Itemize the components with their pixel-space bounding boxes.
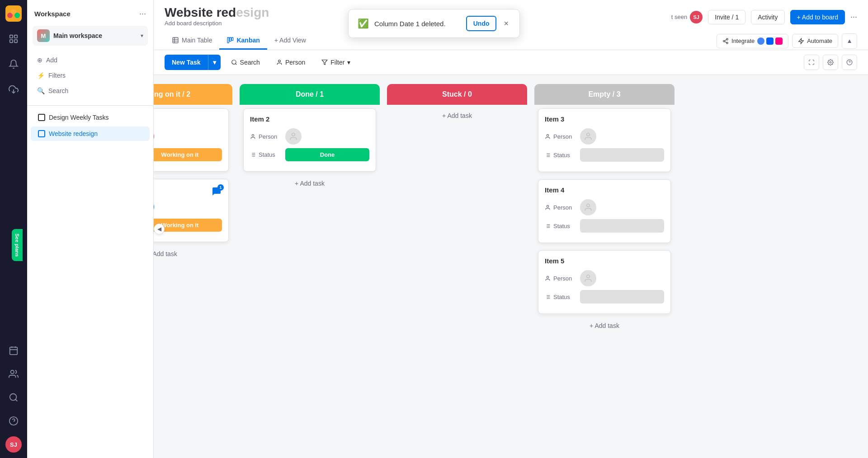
column-header-done: Done / 1 [240, 84, 380, 105]
avatar-placeholder-item5[interactable] [580, 270, 596, 286]
card-title-item2[interactable]: Item 2 [250, 115, 369, 123]
user-avatar[interactable]: SJ [5, 436, 22, 453]
new-task-label[interactable]: New Task [165, 55, 208, 70]
person-filter-button[interactable]: Person [270, 55, 311, 70]
card-title-item5[interactable]: Item 5 [545, 257, 664, 265]
field-label-person-item4: Person [545, 204, 576, 211]
field-label-status-item5: Status [545, 294, 576, 300]
nav-home-icon[interactable] [5, 31, 22, 47]
integrate-button[interactable]: Integrate [717, 34, 788, 48]
field-label-status-done: Status [250, 151, 282, 158]
person-label-item3: Person [553, 133, 572, 140]
nav-people-icon[interactable] [5, 366, 22, 382]
new-task-dropdown-arrow[interactable]: ▾ [208, 55, 221, 70]
card-title-item3[interactable]: Item 3 [545, 115, 664, 123]
header-more-button[interactable]: ··· [850, 12, 857, 22]
sidebar-add-button[interactable]: ⊕ Add [33, 53, 148, 67]
see-plans-tab[interactable]: See plans [12, 229, 23, 261]
collapse-header-button[interactable]: ▲ [842, 33, 857, 49]
add-task-done[interactable]: + Add task [240, 175, 380, 192]
nav-inbox-icon[interactable] [5, 81, 22, 98]
add-to-board-button[interactable]: + Add to board [790, 10, 845, 24]
search-button[interactable]: Search [225, 55, 266, 70]
sidebar-filters-button[interactable]: ⚡ Filters [33, 68, 148, 83]
card-title[interactable]: ...go [154, 115, 222, 123]
nav-calendar-icon[interactable] [5, 342, 22, 359]
nav-search-icon[interactable] [5, 389, 22, 406]
svg-point-31 [231, 60, 236, 64]
field-value-person2[interactable]: JJ [154, 199, 222, 215]
status-empty-item3[interactable] [580, 148, 664, 162]
field-label-status-item4: Status [545, 223, 576, 229]
collapse-sidebar-button[interactable]: ◀ [154, 224, 165, 234]
workspace-selector[interactable]: M Main workspace ▾ [33, 26, 148, 46]
avatar-placeholder-item4[interactable] [580, 199, 596, 215]
sidebar-more-button[interactable]: ··· [139, 9, 146, 19]
status-button-done[interactable]: Done [285, 148, 369, 161]
nav-notifications-icon[interactable] [5, 56, 22, 72]
app-logo[interactable] [5, 5, 22, 22]
tab-main-table-label: Main Table [182, 37, 212, 44]
last-seen-avatar[interactable]: SJ [690, 11, 703, 23]
filter-button[interactable]: Filter ▾ [316, 55, 356, 70]
sidebar-item-design-weekly[interactable]: Design Weekly Tasks [31, 110, 150, 125]
integrate-actions: Integrate Automate ▲ [717, 33, 857, 49]
field-label-person-done: Person [250, 133, 282, 140]
tab-kanban[interactable]: Kanban [219, 32, 267, 50]
svg-rect-24 [232, 37, 233, 41]
sidebar-item-website-redesign[interactable]: Website redesign [31, 126, 150, 141]
fullscreen-button[interactable] [804, 55, 819, 70]
avatar-placeholder-item3[interactable] [580, 128, 596, 145]
person-avatar[interactable]: SJ [154, 128, 154, 145]
svg-point-77 [587, 275, 590, 278]
add-task-working[interactable]: + Add task [154, 246, 232, 262]
field-value-person-item4[interactable] [580, 199, 664, 215]
field-value-person[interactable]: SJ [154, 128, 222, 145]
help-button[interactable] [842, 55, 857, 70]
avatar-icon-item5 [584, 274, 593, 283]
sidebar-search-button[interactable]: 🔍 Search [33, 84, 148, 98]
tab-main-table[interactable]: Main Table [165, 32, 219, 50]
add-task-empty[interactable]: + Add task [534, 318, 675, 334]
status-empty-item5[interactable] [580, 290, 664, 304]
card-title-item4[interactable]: Item 4 [545, 186, 664, 194]
automate-button[interactable]: Automate [792, 34, 838, 48]
nav-help-icon[interactable] [5, 413, 22, 429]
new-task-button[interactable]: New Task ▾ [165, 55, 221, 70]
kanban-column-empty: Empty / 3 Item 3 Person [534, 84, 675, 449]
person-icon-item3 [545, 134, 551, 140]
avatar-placeholder-icon [289, 132, 298, 141]
add-task-stuck[interactable]: + Add task [387, 105, 527, 124]
status-empty-item4[interactable] [580, 219, 664, 233]
status-icon-done [250, 152, 256, 158]
card-field-person-done: Person [250, 128, 369, 145]
svg-point-60 [547, 134, 548, 136]
settings-button[interactable] [823, 55, 838, 70]
person-avatar-placeholder[interactable] [285, 128, 302, 145]
field-value-person-item5[interactable] [580, 270, 664, 286]
svg-point-3 [14, 13, 20, 18]
field-value-person-done[interactable] [285, 128, 369, 145]
svg-line-28 [725, 41, 726, 42]
person-avatar-jj[interactable]: JJ [154, 199, 154, 215]
google-icon [757, 37, 764, 45]
status-label-item4: Status [553, 223, 570, 229]
person-icon-item4 [545, 205, 551, 210]
svg-rect-18 [173, 37, 178, 43]
status-label-done: Status [259, 151, 275, 158]
board-description[interactable]: Add board description [165, 20, 269, 28]
status-icon-item4 [545, 223, 551, 229]
card-field-status-item5: Status [545, 290, 664, 304]
tab-add-view-label: + Add View [274, 37, 306, 44]
sidebar-header: Workspace ··· [27, 5, 153, 22]
activity-button[interactable]: Activity [751, 10, 784, 24]
search-label: Search [48, 87, 68, 94]
toast-undo-button[interactable]: Undo [466, 16, 497, 31]
tab-add-view[interactable]: + Add View [267, 32, 313, 50]
svg-marker-34 [322, 60, 327, 65]
invite-button[interactable]: Invite / 1 [708, 10, 745, 24]
notification-badge: 1 [211, 186, 222, 199]
status-button-working[interactable]: Working on it [154, 148, 222, 161]
toast-close-button[interactable]: × [502, 17, 510, 30]
field-value-person-item3[interactable] [580, 128, 664, 145]
